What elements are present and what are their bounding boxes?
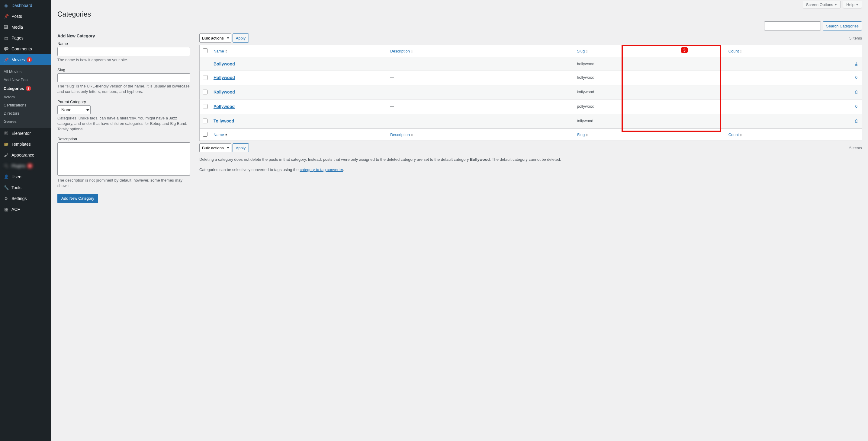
slug-help: The "slug" is the URL-friendly version o… xyxy=(57,83,190,94)
sidebar-item-appearance[interactable]: 🖌Appearance xyxy=(0,149,51,161)
row-checkbox[interactable] xyxy=(203,118,208,123)
row-slug: tollywood xyxy=(574,114,725,129)
sliders-icon: ⚙ xyxy=(3,196,9,202)
sort-icon: ▲▼ xyxy=(740,50,742,54)
row-name-link[interactable]: Pollywood xyxy=(214,104,235,109)
help-button[interactable]: Help▼ xyxy=(843,1,862,8)
admin-sidebar: ◉Dashboard 📌Posts 🖼Media ▤Pages 💬Comment… xyxy=(0,0,51,441)
sidebar-item-settings[interactable]: ⚙Settings xyxy=(0,193,51,204)
sidebar-item-media[interactable]: 🖼Media xyxy=(0,22,51,33)
row-name-link[interactable]: Bollywood xyxy=(214,62,235,66)
description-label: Description xyxy=(57,137,190,141)
row-name-link[interactable]: Kollywood xyxy=(214,90,235,94)
bulk-actions-top[interactable]: Bulk actions xyxy=(199,33,231,42)
slug-input[interactable] xyxy=(57,73,190,82)
apply-bottom-button[interactable]: Apply xyxy=(232,143,249,152)
col-description-footer[interactable]: Description▲▼ xyxy=(387,129,574,141)
acf-icon: ▦ xyxy=(3,206,9,212)
row-description: — xyxy=(387,57,574,71)
search-input[interactable] xyxy=(764,22,821,30)
col-slug-header[interactable]: Slug▲▼ xyxy=(574,45,725,57)
elementor-icon: ⓔ xyxy=(3,130,9,136)
page-icon: ▤ xyxy=(3,35,9,41)
sidebar-item-movies[interactable]: 📌Movies1 xyxy=(0,54,51,65)
parent-select[interactable]: None xyxy=(57,105,91,114)
sidebar-item-pages[interactable]: ▤Pages xyxy=(0,33,51,43)
row-count-link[interactable]: 0 xyxy=(855,104,858,109)
sidebar-item-users[interactable]: 👤Users xyxy=(0,171,51,182)
row-checkbox[interactable] xyxy=(203,75,208,80)
sidebar-item-comments[interactable]: 💬Comments xyxy=(0,43,51,54)
submenu-add-new[interactable]: Add New Post xyxy=(0,76,51,84)
row-checkbox[interactable] xyxy=(203,104,208,109)
add-category-form: Add New Category Name The name is how it… xyxy=(57,33,190,203)
items-count-top: 5 items xyxy=(849,36,862,40)
table-row: Tollywood—tollywood0 xyxy=(199,114,862,129)
row-description: — xyxy=(387,86,574,100)
name-input[interactable] xyxy=(57,47,190,56)
sort-icon: ▲▼ xyxy=(586,50,588,54)
name-help: The name is how it appears on your site. xyxy=(57,57,190,63)
search-categories-button[interactable]: Search Categories xyxy=(823,22,862,30)
convert-link[interactable]: category to tag converter xyxy=(300,167,343,172)
sidebar-item-posts[interactable]: 📌Posts xyxy=(0,11,51,22)
row-slug: kollywood xyxy=(574,86,725,100)
submenu-actors[interactable]: Actors xyxy=(0,93,51,101)
table-row: Hollywood—hollywood0 xyxy=(199,71,862,86)
col-count-footer[interactable]: Count▲▼ xyxy=(725,129,862,141)
col-count-header[interactable]: Count▲▼ xyxy=(725,45,862,57)
submenu-categories[interactable]: Categories2 xyxy=(0,84,51,93)
sidebar-item-elementor[interactable]: ⓔElementor xyxy=(0,128,51,139)
sort-icon: ▲▼ xyxy=(411,133,413,137)
apply-top-button[interactable]: Apply xyxy=(232,33,249,42)
table-row: Pollywood—pollywood0 xyxy=(199,100,862,114)
row-slug: hollywood xyxy=(574,71,725,86)
submenu-all-movies[interactable]: All Movies xyxy=(0,68,51,76)
sort-icon: ▲▼ xyxy=(411,50,413,54)
comment-icon: 💬 xyxy=(3,46,9,52)
page-title: Categories xyxy=(57,10,862,19)
row-count-link[interactable]: 4 xyxy=(855,62,858,66)
pin-icon: 📌 xyxy=(3,57,9,63)
sidebar-item-blurred[interactable]: 🔌Plugins0 xyxy=(0,161,51,171)
select-all-bottom[interactable] xyxy=(203,132,208,137)
brush-icon: 🖌 xyxy=(3,152,9,158)
chevron-down-icon: ▼ xyxy=(856,3,859,6)
row-checkbox[interactable] xyxy=(203,90,208,94)
row-count-link[interactable]: 0 xyxy=(855,118,858,123)
table-row: Bollywood—bollywood4 xyxy=(199,57,862,71)
col-slug-footer[interactable]: Slug▲▼ xyxy=(574,129,725,141)
submenu-genres[interactable]: Genres xyxy=(0,117,51,126)
select-all-top[interactable] xyxy=(203,48,208,53)
slug-label: Slug xyxy=(57,68,190,72)
sidebar-item-tools[interactable]: 🔧Tools xyxy=(0,182,51,193)
row-slug: bollywood xyxy=(574,57,725,71)
row-description: — xyxy=(387,100,574,114)
sort-icon: ▲▼ xyxy=(586,133,588,137)
convert-note: Categories can be selectively converted … xyxy=(199,167,862,173)
sidebar-item-acf[interactable]: ▦ACF xyxy=(0,204,51,215)
plugin-icon: 🔌 xyxy=(3,163,9,169)
row-name-link[interactable]: Hollywood xyxy=(214,75,235,80)
row-count-link[interactable]: 0 xyxy=(855,75,858,80)
submenu-directors[interactable]: Directors xyxy=(0,109,51,117)
row-count-link[interactable]: 0 xyxy=(855,90,858,94)
col-name-footer[interactable]: Name▲▼ xyxy=(211,129,387,141)
dashboard-icon: ◉ xyxy=(3,2,9,8)
main-content: Screen Options▼ Help▼ Categories Search … xyxy=(51,0,868,441)
bulk-actions-bottom[interactable]: Bulk actions xyxy=(199,143,231,152)
sort-icon: ▲▼ xyxy=(225,50,227,54)
pin-icon: 📌 xyxy=(3,13,9,19)
wrench-icon: 🔧 xyxy=(3,184,9,191)
add-category-submit[interactable]: Add New Category xyxy=(57,194,98,203)
templates-icon: 📁 xyxy=(3,141,9,147)
submenu-certifications[interactable]: Certifications xyxy=(0,101,51,109)
sidebar-item-dashboard[interactable]: ◉Dashboard xyxy=(0,0,51,11)
row-name-link[interactable]: Tollywood xyxy=(214,118,234,123)
description-textarea[interactable] xyxy=(57,142,190,175)
screen-options-button[interactable]: Screen Options▼ xyxy=(803,1,841,8)
parent-help: Categories, unlike tags, can have a hier… xyxy=(57,115,190,132)
col-name-header[interactable]: Name▲▼ xyxy=(211,45,387,57)
sidebar-item-templates[interactable]: 📁Templates xyxy=(0,139,51,149)
col-description-header[interactable]: Description▲▼ xyxy=(387,45,574,57)
